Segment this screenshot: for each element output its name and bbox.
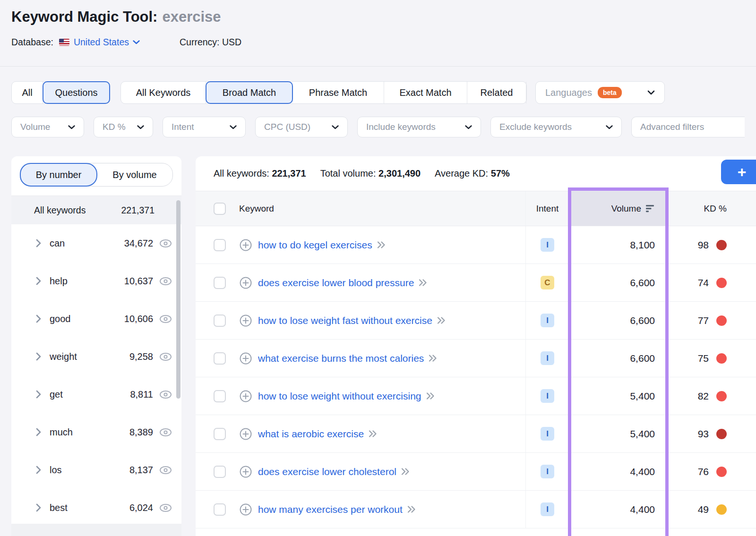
expand-keyword-icon[interactable] — [407, 505, 416, 513]
filter-label: Exclude keywords — [499, 122, 572, 132]
row-checkbox[interactable] — [214, 315, 226, 327]
tab-match-type[interactable]: Broad Match — [206, 81, 293, 104]
add-keyword-icon[interactable] — [239, 503, 252, 516]
intent-badge[interactable]: I — [541, 389, 554, 403]
chevron-right-icon[interactable] — [36, 315, 41, 323]
intent-badge[interactable]: I — [541, 238, 554, 252]
sidebar-keyword-group[interactable]: help 10,637 — [11, 262, 181, 300]
eye-icon[interactable] — [159, 428, 172, 437]
sidebar-keyword-group[interactable]: weight 9,258 — [11, 338, 181, 375]
sort-descending-icon[interactable] — [646, 204, 655, 213]
filter-dropdown[interactable]: Intent — [163, 117, 246, 137]
tab-question-filter[interactable]: Questions — [43, 81, 110, 104]
sidebar-keyword-group[interactable]: good 10,606 — [11, 300, 181, 338]
row-checkbox[interactable] — [214, 503, 226, 516]
add-keyword-icon[interactable] — [239, 465, 252, 478]
eye-icon[interactable] — [159, 277, 172, 286]
row-checkbox[interactable] — [214, 277, 226, 289]
expand-keyword-icon[interactable] — [401, 468, 410, 476]
expand-keyword-icon[interactable] — [369, 430, 378, 438]
keyword-groups-sidebar: By number By volume All keywords 221,371… — [11, 156, 181, 536]
sidebar-keyword-group[interactable]: best 6,024 — [11, 489, 181, 527]
tab-match-type[interactable]: Exact Match — [384, 82, 467, 103]
expand-keyword-icon[interactable] — [426, 392, 435, 400]
languages-dropdown[interactable]: Languages beta — [535, 81, 665, 104]
add-keyword-icon[interactable] — [239, 238, 252, 252]
intent-badge[interactable]: I — [541, 314, 554, 327]
add-keyword-icon[interactable] — [239, 314, 252, 327]
intent-badge[interactable]: I — [541, 427, 554, 441]
question-filter-group: All Questions — [11, 81, 110, 104]
sidebar-keyword-group[interactable]: can 34,672 — [11, 224, 181, 262]
add-keyword-icon[interactable] — [239, 427, 252, 441]
keyword-link[interactable]: what is aerobic exercise — [258, 428, 364, 440]
filter-label: Intent — [172, 122, 194, 132]
expand-keyword-icon[interactable] — [419, 279, 428, 287]
tab-match-type[interactable]: Phrase Match — [292, 82, 384, 103]
expand-keyword-icon[interactable] — [437, 316, 446, 324]
keyword-link[interactable]: how many exercises per workout — [258, 504, 403, 515]
sidebar-keyword-group[interactable]: los 8,137 — [11, 451, 181, 489]
filter-dropdown[interactable]: KD % — [94, 117, 153, 137]
expand-keyword-icon[interactable] — [429, 354, 438, 362]
match-type-tabs: All Questions All Keywords Broad Match P… — [11, 81, 745, 104]
chevron-right-icon[interactable] — [36, 466, 41, 474]
filter-dropdown[interactable]: Include keywords — [357, 117, 481, 137]
chevron-right-icon[interactable] — [36, 239, 41, 247]
keyword-link[interactable]: how to lose weight without exercising — [258, 391, 421, 402]
tab-match-type[interactable]: All Keywords — [121, 82, 206, 103]
row-checkbox[interactable] — [214, 352, 226, 365]
filter-dropdown[interactable]: Advanced filters — [631, 117, 745, 137]
keyword-link[interactable]: what exercise burns the most calories — [258, 353, 424, 364]
row-checkbox[interactable] — [214, 390, 226, 402]
keyword-link[interactable]: how to do kegel exercises — [258, 239, 372, 251]
keyword-link[interactable]: how to lose weight fast without exercise — [258, 315, 432, 326]
column-header-volume[interactable]: Volume — [569, 191, 665, 226]
page-header: Keyword Magic Tool:exercise Database: Un… — [0, 0, 756, 67]
sidebar-item-all-keywords[interactable]: All keywords 221,371 — [11, 196, 181, 224]
sidebar-sort-option[interactable]: By number — [20, 163, 97, 187]
add-keyword-icon[interactable] — [239, 390, 252, 403]
add-to-list-button[interactable]: + — [721, 160, 756, 184]
volume-value: 5,400 — [630, 391, 655, 402]
column-header-intent: Intent — [536, 204, 559, 214]
eye-icon[interactable] — [159, 352, 172, 361]
filter-dropdown[interactable]: Exclude keywords — [490, 117, 622, 137]
row-checkbox[interactable] — [214, 428, 226, 440]
all-keywords-label: All keywords — [34, 205, 86, 216]
chevron-right-icon[interactable] — [36, 390, 41, 399]
intent-badge[interactable]: I — [541, 465, 554, 478]
sidebar-keyword-group[interactable]: get 8,811 — [11, 375, 181, 413]
keyword-link[interactable]: does exercise lower blood pressure — [258, 277, 414, 289]
group-term: best — [50, 502, 68, 513]
sidebar-scrollbar[interactable] — [176, 200, 180, 399]
filter-dropdown[interactable]: CPC (USD) — [255, 117, 348, 137]
chevron-right-icon[interactable] — [36, 277, 41, 285]
intent-badge[interactable]: I — [541, 502, 554, 516]
eye-icon[interactable] — [159, 466, 172, 475]
sidebar-sort-option[interactable]: By volume — [97, 163, 172, 186]
eye-icon[interactable] — [159, 390, 172, 399]
eye-icon[interactable] — [159, 315, 172, 323]
tab-question-filter[interactable]: All — [12, 82, 43, 103]
chevron-right-icon[interactable] — [36, 352, 41, 361]
eye-icon[interactable] — [159, 239, 172, 248]
add-keyword-icon[interactable] — [239, 352, 252, 365]
kd-value: 49 — [698, 504, 709, 515]
row-checkbox[interactable] — [214, 239, 226, 251]
eye-icon[interactable] — [159, 503, 172, 512]
database-selector[interactable]: United States — [74, 37, 140, 48]
sidebar-keyword-group[interactable]: much 8,389 — [11, 413, 181, 451]
chevron-right-icon[interactable] — [36, 503, 41, 512]
row-checkbox[interactable] — [214, 466, 226, 478]
select-all-checkbox[interactable] — [214, 203, 226, 215]
intent-badge[interactable]: C — [541, 276, 554, 289]
keyword-table-row: what exercise burns the most calories I … — [196, 340, 756, 377]
expand-keyword-icon[interactable] — [377, 241, 386, 249]
filter-dropdown[interactable]: Volume — [11, 117, 84, 137]
keyword-link[interactable]: does exercise lower cholesterol — [258, 466, 396, 477]
add-keyword-icon[interactable] — [239, 276, 252, 289]
intent-badge[interactable]: I — [541, 351, 554, 365]
tab-match-type[interactable]: Related — [467, 82, 526, 103]
chevron-right-icon[interactable] — [36, 428, 41, 436]
